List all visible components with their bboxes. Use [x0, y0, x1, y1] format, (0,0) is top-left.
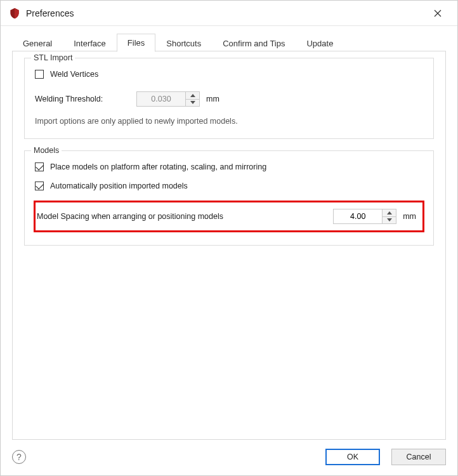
tab-confirm-and-tips[interactable]: Confirm and Tips: [212, 34, 296, 52]
row-place-on-platform: Place models on platform after rotating,…: [35, 162, 423, 171]
group-title-stl: STL Import: [31, 53, 75, 62]
row-weld-vertices: Weld Vertices: [35, 70, 423, 79]
group-stl-import: STL Import Weld Vertices Welding Thresho…: [24, 58, 434, 139]
close-button[interactable]: [423, 1, 452, 26]
tab-bar: General Interface Files Shortcuts Confir…: [12, 34, 446, 51]
window-title: Preferences: [26, 8, 74, 18]
stl-hint: Import options are only applied to newly…: [35, 117, 423, 126]
input-welding-threshold: [137, 92, 185, 106]
unit-model-spacing: mm: [403, 212, 416, 221]
help-icon[interactable]: ?: [12, 450, 26, 464]
cancel-button[interactable]: Cancel: [391, 449, 446, 465]
checkbox-auto-position[interactable]: [35, 182, 44, 190]
tab-interface[interactable]: Interface: [63, 34, 117, 52]
group-title-models: Models: [31, 146, 62, 155]
checkbox-place-on-platform[interactable]: [35, 162, 44, 171]
input-model-spacing[interactable]: [334, 209, 382, 223]
label-weld-vertices: Weld Vertices: [50, 70, 98, 79]
label-auto-position: Automatically position imported models: [50, 182, 188, 190]
preferences-window: Preferences General Interface Files Shor…: [0, 0, 458, 476]
app-shield-icon: [8, 7, 21, 20]
tab-general[interactable]: General: [12, 34, 63, 52]
spinner-down[interactable]: [383, 216, 396, 224]
tab-panel: STL Import Weld Vertices Welding Thresho…: [12, 51, 446, 440]
row-model-spacing-highlighted: Model Spacing when arranging or position…: [34, 201, 424, 232]
spinner-down: [186, 99, 199, 107]
spinner-up[interactable]: [383, 209, 396, 216]
checkbox-weld-vertices[interactable]: [35, 70, 44, 79]
group-models: Models Place models on platform after ro…: [24, 150, 434, 246]
content-area: General Interface Files Shortcuts Confir…: [1, 26, 457, 440]
footer: ? OK Cancel: [1, 440, 457, 475]
spinner-buttons: [382, 209, 396, 223]
titlebar: Preferences: [1, 1, 457, 26]
spinner-up: [186, 92, 199, 99]
label-model-spacing: Model Spacing when arranging or position…: [37, 212, 333, 221]
label-place-on-platform: Place models on platform after rotating,…: [50, 162, 266, 171]
tab-update[interactable]: Update: [296, 34, 344, 52]
row-welding-threshold: Welding Threshold: mm: [35, 91, 423, 107]
spinner-welding-threshold: [136, 91, 200, 107]
row-auto-position: Automatically position imported models: [35, 182, 423, 190]
tab-files[interactable]: Files: [117, 34, 155, 52]
spinner-model-spacing[interactable]: [333, 209, 396, 224]
ok-button[interactable]: OK: [325, 449, 380, 465]
tab-shortcuts[interactable]: Shortcuts: [155, 34, 212, 52]
unit-threshold: mm: [206, 95, 219, 103]
spinner-buttons: [185, 92, 199, 106]
label-welding-threshold: Welding Threshold:: [35, 95, 136, 103]
